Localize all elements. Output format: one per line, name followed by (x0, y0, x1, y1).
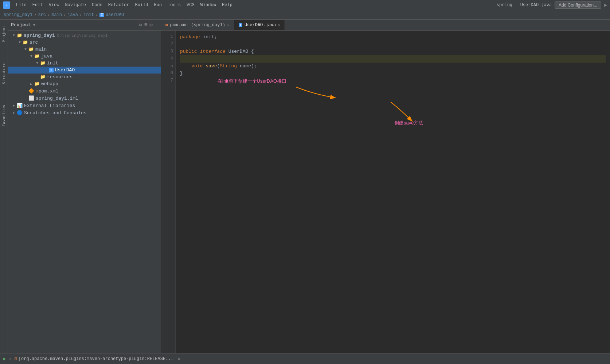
tree-item-scratches[interactable]: ▶ 🔵 Scratches and Consoles (8, 109, 161, 116)
method-save: save (206, 63, 217, 70)
keyword-interface: interface (200, 48, 226, 56)
run-warning-icon-header: ⚠ (9, 356, 11, 361)
tree-item-src[interactable]: ▼ 📁 src (8, 39, 161, 46)
menu-bar: ☕ File Edit View Navigate Code Refactor … (0, 0, 610, 10)
resources-folder-icon: 📁 (40, 74, 46, 80)
keyword-void: void (191, 63, 203, 70)
expand-arrow-main[interactable]: ▼ (23, 47, 28, 51)
java-src-folder-icon: 📁 (34, 54, 40, 59)
tab-userdao-java[interactable]: I UserDAO.java ✕ (234, 20, 285, 30)
menu-help[interactable]: Help (219, 2, 235, 8)
code-line-5: void save ( String name ); (180, 63, 606, 70)
pom-tab-icon: m (165, 23, 168, 27)
keyword-package: package (180, 33, 200, 41)
tree-item-ext-libs[interactable]: ▶ 📊 External Libraries (8, 102, 161, 109)
side-tab-structure[interactable]: Structure (0, 60, 8, 87)
class-userdao: UserDAO (228, 48, 249, 56)
window-title: spring - UserDAO.java (497, 3, 552, 8)
tree-label-webapp: webapp (41, 81, 58, 87)
panel-gear-icon[interactable]: ⚙ (149, 22, 152, 28)
side-tab-favorites[interactable]: Favorites (0, 102, 8, 129)
expand-arrow-init[interactable]: ▼ (34, 61, 40, 65)
userdao-interface-icon: I (49, 68, 54, 72)
menu-navigate[interactable]: Navigate (62, 2, 89, 8)
line-num-7: 7 (161, 77, 173, 84)
breadcrumb: spring_day1 › src › main › java › init ›… (0, 10, 610, 20)
expand-arrow-ext[interactable]: ▶ (11, 103, 17, 108)
side-tab-project[interactable]: Project (0, 23, 8, 45)
menu-view[interactable]: View (46, 2, 62, 8)
tab-pom-xml[interactable]: m pom.xml (spring_day1) ✕ (161, 20, 234, 30)
breadcrumb-spring[interactable]: spring_day1 (4, 12, 32, 17)
tree-item-init[interactable]: ▼ 📁 init (8, 60, 161, 67)
run-tab-close[interactable]: ✕ (178, 356, 181, 362)
menu-build[interactable]: Build (132, 2, 151, 8)
editor-area: m pom.xml (spring_day1) ✕ I UserDAO.java… (161, 20, 610, 353)
add-configuration-button[interactable]: Add Configuration... (555, 1, 601, 9)
src-folder-icon: 📁 (23, 40, 28, 45)
code-content[interactable]: package init ; public interface UserDAO … (176, 31, 610, 353)
menu-code[interactable]: Code (89, 2, 105, 8)
tree-item-java[interactable]: ▼ 📁 java (8, 53, 161, 60)
breadcrumb-java[interactable]: java (67, 12, 78, 17)
panel-sync-icon[interactable]: ⊙ (139, 22, 142, 28)
pom-xml-icon: 🔶 (28, 88, 34, 94)
tree-item-pom[interactable]: 🔶 m pom.xml (8, 87, 161, 95)
menu-window[interactable]: Window (198, 2, 219, 8)
menu-refactor[interactable]: Refactor (105, 2, 132, 8)
keyword-public-3: public (180, 48, 197, 56)
menu-file[interactable]: File (13, 2, 30, 8)
menu-tools[interactable]: Tools (165, 2, 184, 8)
java-tab-icon: I (239, 23, 242, 27)
init-folder-icon: 📁 (40, 60, 46, 66)
run-tab-main[interactable]: m [org.apache.maven.plugins:maven-archet… (15, 356, 173, 361)
panel-minimize-icon[interactable]: — (155, 22, 158, 28)
expand-arrow-webapp[interactable]: ▶ (28, 82, 34, 86)
panel-title: Project (11, 22, 31, 28)
scratch-icon: 🔵 (17, 110, 23, 116)
run-arrow-icon[interactable]: ▶ (604, 2, 607, 8)
code-line-3: public interface UserDAO { (180, 48, 606, 55)
menu-run[interactable]: Run (151, 2, 165, 8)
tree-label-spring-day1: spring_day1 (24, 33, 55, 38)
side-tabs: Project Structure Favorites (0, 20, 8, 353)
panel-dropdown-icon[interactable]: ▼ (33, 23, 36, 27)
expand-arrow-scratch[interactable]: ▶ (11, 111, 17, 115)
menu-edit[interactable]: Edit (30, 2, 46, 8)
tree-item-userdao[interactable]: ▶ I UserDAO (8, 67, 161, 74)
editor-tabs: m pom.xml (spring_day1) ✕ I UserDAO.java… (161, 20, 610, 31)
java-tab-close[interactable]: ✕ (278, 23, 280, 27)
code-line-2 (180, 41, 606, 48)
panel-icons: ⊙ ≡ ⚙ — (139, 22, 158, 28)
menu-right: spring - UserDAO.java Add Configuration.… (497, 1, 607, 9)
line-numbers: 1 2 3 4 5 6 7 (161, 31, 176, 353)
code-editor[interactable]: 1 2 3 4 5 6 7 package init ; (161, 31, 610, 353)
line-num-6: 6 (161, 70, 173, 77)
tree-label-init: init (47, 60, 58, 66)
breadcrumb-src[interactable]: src (38, 12, 46, 17)
param-name: name (240, 63, 251, 70)
breadcrumb-main[interactable]: main (51, 12, 62, 17)
run-panel: ▶ ⚠ m [org.apache.maven.plugins:maven-ar… (0, 353, 610, 364)
tree-item-iml[interactable]: ⬜ spring_day1.iml (8, 95, 161, 102)
tree-label-main: main (35, 47, 47, 52)
breadcrumb-init[interactable]: init (83, 12, 94, 17)
webapp-folder-icon: 📁 (34, 81, 40, 87)
folder-icon: 📁 (17, 33, 22, 38)
menu-vcs[interactable]: VCS (184, 2, 198, 8)
tree-item-resources[interactable]: 📁 resources (8, 74, 161, 80)
tree-label-java: java (41, 54, 52, 59)
breadcrumb-userdao[interactable]: UserDAO (106, 12, 124, 17)
type-string: String (220, 63, 237, 70)
tree-item-main[interactable]: ▼ 📁 main (8, 46, 161, 53)
tree-label-iml: spring_day1.iml (36, 96, 78, 101)
panel-collapse-icon[interactable]: ≡ (144, 22, 147, 28)
tree-item-webapp[interactable]: ▶ 📁 webapp (8, 80, 161, 87)
expand-arrow[interactable]: ▼ (11, 33, 17, 37)
expand-arrow-java[interactable]: ▼ (28, 54, 34, 58)
pom-tab-close[interactable]: ✕ (227, 23, 230, 27)
code-line-1: package init ; (180, 33, 606, 41)
tree-item-spring-day1[interactable]: ▼ 📁 spring_day1 D:\spring\spring_day1 (8, 32, 161, 39)
tree-label-resources: resources (47, 74, 73, 80)
expand-arrow-src[interactable]: ▼ (17, 40, 23, 44)
